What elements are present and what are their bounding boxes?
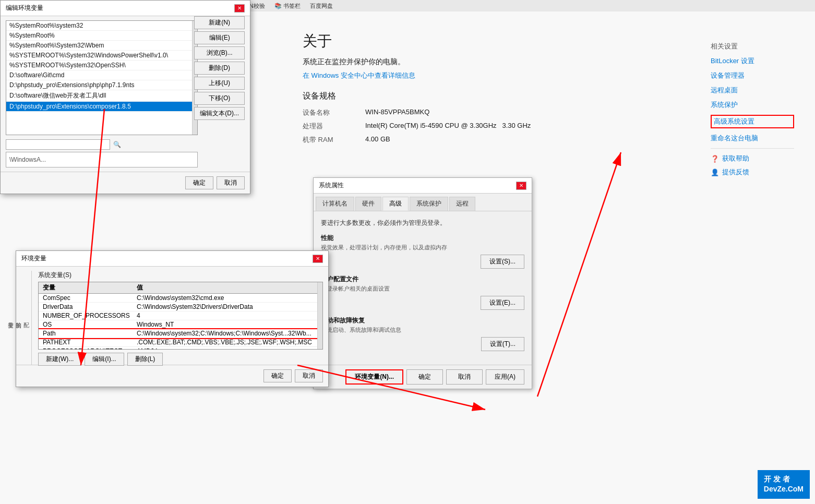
search-icon: 🔍 [113, 141, 121, 148]
profile-settings-btn[interactable]: 设置(E)... [481, 296, 524, 310]
startup-settings-btn[interactable]: 设置(T)... [481, 337, 524, 351]
about-content: 关于 系统正在监控并保护你的电脑。 在 Windows 安全中心中查看详细信息 … [303, 31, 626, 149]
sys-props-apply-btn[interactable]: 应用(A) [486, 369, 524, 385]
tab-hardware[interactable]: 硬件 [355, 197, 381, 211]
edit-env-item-1[interactable]: %SystemRoot% [6, 31, 197, 41]
edit-env-right-btns: 新建(N) 编辑(E) 浏览(B)... 删除(D) 上移(U) 下移(O) 编… [194, 16, 245, 120]
sidebar-link-device-mgr[interactable]: 设备管理器 [711, 71, 794, 80]
sidebar-link-bitlocker[interactable]: BitLocker 设置 [711, 56, 794, 66]
right-sidebar: 相关设置 BitLocker 设置 设备管理器 远程桌面 系统保护 高级系统设置… [711, 42, 794, 181]
sidebar-link-sys-protect[interactable]: 系统保护 [711, 100, 794, 110]
env-user-content: 系统变量(S) 变量 值 ComSpec C:\Windows\system32… [33, 271, 328, 366]
env-table-header: 变量 值 [39, 282, 322, 294]
about-subtitle: 系统正在监控并保护你的电脑。 [303, 57, 626, 67]
edit-env-search-input[interactable] [6, 139, 110, 150]
env-table-scrollbar[interactable] [317, 282, 322, 349]
env-row-num-proc[interactable]: NUMBER_OF_PROCESSORS 4 [39, 311, 322, 320]
edit-env-item-4[interactable]: %SYSTEMROOT%\System32\OpenSSH\ [6, 61, 197, 70]
env-ok-btn[interactable]: 确定 [263, 369, 292, 382]
sys-props-cancel-btn[interactable]: 取消 [446, 369, 483, 385]
edit-env-item-3[interactable]: %SYSTEMROOT%\System32\WindowsPowerShell\… [6, 51, 197, 61]
perf-btn-row: 设置(S)... [321, 255, 524, 269]
tab-advanced[interactable]: 高级 [382, 197, 409, 211]
help-icon: ❓ [711, 155, 719, 163]
spec-row-device-name: 设备名称 WIN-85VPPA5BMKQ [303, 108, 626, 117]
env-cancel-btn[interactable]: 取消 [295, 369, 323, 382]
env-row-os[interactable]: OS Windows_NT [39, 320, 322, 329]
edit-env-main: %SystemRoot%\system32 %SystemRoot% %Syst… [1, 20, 203, 167]
sys-props-notice: 要进行大多数更改，你必须作为管理员登录。 [321, 219, 524, 227]
edit-env-close-btn[interactable]: ✕ [234, 4, 245, 13]
sidebar-get-help[interactable]: ❓ 获取帮助 [711, 154, 794, 163]
feedback-label: 提供反馈 [722, 167, 749, 177]
spec-value-device: WIN-85VPPA5BMKQ [365, 108, 429, 117]
edit-env-ok-btn[interactable]: 确定 [185, 176, 213, 189]
env-row-pathext[interactable]: PATHEXT .COM;.EXE;.BAT;.CMD;.VBS;.VBE;.J… [39, 338, 322, 347]
env-row-proc-arch[interactable]: PROCESSOR_ARCHITECT... AMD64 [39, 347, 322, 350]
edit-env-cancel-btn[interactable]: 取消 [217, 176, 245, 189]
spec-label-cpu: 处理器 [303, 122, 365, 131]
edit-env-item-6[interactable]: D:\phpstudy_pro\Extensions\php\php7.1.9n… [6, 80, 197, 90]
device-specs: 设备规格 设备名称 WIN-85VPPA5BMKQ 处理器 Intel(R) C… [303, 91, 626, 145]
edit-env-item-0[interactable]: %SystemRoot%\system32 [6, 21, 197, 31]
edit-env-item-2[interactable]: %SystemRoot%\System32\Wbem [6, 41, 197, 51]
browser-tab-bookmarks[interactable]: 📚 书签栏 [271, 2, 304, 10]
env-row-comspec[interactable]: ComSpec C:\Windows\system32\cmd.exe [39, 294, 322, 303]
sys-props-profile-section: 用户配置文件 与登录帐户相关的桌面设置 设置(E)... [321, 275, 524, 310]
env-vars-user-section: 配脑的变量 系统变量(S) 变量 值 ComSpec C:\Windows\sy… [16, 271, 328, 365]
spec-row-ram: 机带 RAM 4.00 GB [303, 135, 626, 145]
edit-env-browse-btn[interactable]: 浏览(B)... [194, 46, 245, 59]
sys-props-title: 系统属性 [319, 181, 344, 190]
edit-env-delete-btn[interactable]: 删除(D) [194, 62, 245, 75]
sys-props-startup-section: 启动和故障恢复 系统启动、系统故障和调试信息 设置(T)... [321, 316, 524, 351]
edit-env-title-bar: 编辑环境变量 ✕ [1, 1, 250, 16]
profile-title: 用户配置文件 [321, 275, 524, 284]
env-new-w-btn[interactable]: 新建(W)... [38, 353, 81, 366]
edit-env-title: 编辑环境变量 [6, 4, 43, 13]
sys-props-perf-section: 性能 视觉效果，处理器计划，内存使用，以及虚拟内存 设置(S)... [321, 234, 524, 269]
sys-props-close-btn[interactable]: ✕ [516, 182, 526, 190]
about-security-link[interactable]: 在 Windows 安全中心中查看详细信息 [303, 71, 626, 80]
edit-env-edit-btn[interactable]: 编辑(E) [194, 31, 245, 44]
edit-env-item-7[interactable]: D:\software\微信web开发者工具\dll [6, 90, 197, 102]
sidebar-feedback[interactable]: 👤 提供反馈 [711, 167, 794, 177]
tab-computer-name[interactable]: 计算机名 [316, 197, 354, 211]
env-user-side-label: 配脑的变量 [16, 271, 32, 365]
env-delete-l-btn[interactable]: 删除(L) [127, 353, 163, 366]
edit-env-new-btn[interactable]: 新建(N) [194, 16, 245, 29]
watermark-line2: DevZe.CoM [764, 484, 804, 495]
sys-props-ok-btn[interactable]: 确定 [406, 369, 443, 385]
sidebar-section-title: 相关设置 [711, 42, 794, 51]
perf-settings-btn[interactable]: 设置(S)... [481, 255, 524, 269]
env-header-val: 值 [135, 283, 320, 292]
sys-props-win-controls: ✕ [516, 182, 526, 190]
edit-env-up-btn[interactable]: 上移(U) [194, 77, 245, 90]
perf-title: 性能 [321, 234, 524, 243]
env-vars-close-btn[interactable]: ✕ [313, 255, 323, 263]
edit-env-item-5[interactable]: D:\software\Git\cmd [6, 70, 197, 80]
browser-tab-baidu[interactable]: 百度网盘 [307, 2, 336, 10]
startup-desc: 系统启动、系统故障和调试信息 [321, 326, 524, 334]
edit-env-text-area[interactable]: \WindowsA... [6, 152, 198, 167]
about-title: 关于 [303, 31, 626, 51]
watermark-line1: 开 发 者 [764, 474, 804, 485]
env-sys-section-label: 系统变量(S) [38, 271, 323, 280]
sidebar-link-remote[interactable]: 远程桌面 [711, 86, 794, 95]
edit-env-edit-text-btn[interactable]: 编辑文本(D)... [194, 107, 245, 120]
edit-env-down-btn[interactable]: 下移(O) [194, 92, 245, 105]
edit-env-item-8[interactable]: D:\phpstudy_pro\Extensions\composer1.8.5 [6, 102, 197, 112]
env-edit-i-btn[interactable]: 编辑(I)... [85, 353, 124, 366]
env-row-path[interactable]: Path C:\Windows\system32;C:\Windows;C:\W… [39, 329, 322, 338]
tab-sys-protect[interactable]: 系统保护 [410, 197, 448, 211]
sys-props-body: 要进行大多数更改，你必须作为管理员登录。 性能 视觉效果，处理器计划，内存使用，… [314, 211, 532, 365]
edit-env-search-row: 🔍 [6, 139, 198, 150]
spec-label-device: 设备名称 [303, 108, 365, 117]
env-vars-btn[interactable]: 环境变量(N)... [345, 369, 403, 385]
sys-props-tabs: 计算机名 硬件 高级 系统保护 远程 [314, 194, 532, 211]
tab-remote[interactable]: 远程 [449, 197, 475, 211]
sidebar-link-rename[interactable]: 重命名这台电脑 [711, 134, 794, 143]
env-row-driverdata[interactable]: DriverData C:\Windows\System32\Drivers\D… [39, 303, 322, 311]
edit-env-dialog: 编辑环境变量 ✕ %SystemRoot%\system32 %SystemRo… [0, 0, 250, 194]
sidebar-link-advanced[interactable]: 高级系统设置 [711, 115, 794, 128]
spec-value-ram: 4.00 GB [365, 135, 390, 145]
